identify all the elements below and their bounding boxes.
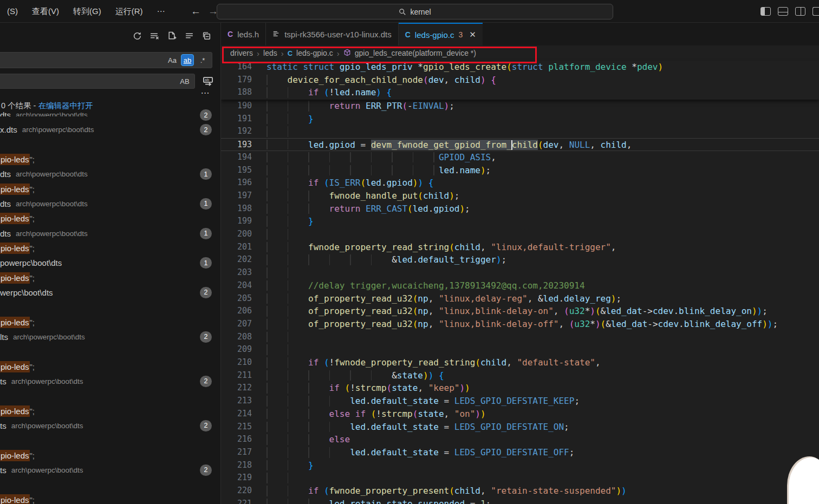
menu-item-run[interactable]: 运行(R): [108, 3, 150, 19]
code-line-194[interactable]: 194 GPIOD_ASIS,: [221, 151, 819, 164]
match-highlight: pio-leds: [0, 243, 30, 254]
code-line-193[interactable]: 193 led.gpiod = devm_fwnode_get_gpiod_fr…: [221, 138, 819, 151]
breadcrumb-item-leds[interactable]: leds: [263, 49, 277, 57]
replace-input[interactable]: AB: [0, 74, 195, 89]
indent-guide: [266, 344, 268, 355]
search-result-file-row[interactable]: dtsarch\powerpc\boot\dts1: [0, 226, 221, 241]
code-line-206[interactable]: 206 of_property_read_u32(np, "linux,blin…: [221, 305, 819, 318]
code-text: }: [266, 459, 314, 472]
code-line-204[interactable]: 204 //delay trigger,wucaicheng,137891349…: [221, 279, 819, 292]
code-line-216[interactable]: 216 else: [221, 433, 819, 446]
command-center-search[interactable]: kernel: [217, 4, 613, 19]
code-line-199[interactable]: 199 }: [221, 215, 819, 228]
toggle-panel-icon[interactable]: [778, 7, 788, 16]
code-line-192[interactable]: 192: [221, 125, 819, 138]
preserve-case-toggle[interactable]: AB: [178, 75, 191, 87]
search-result-match-row[interactable]: pio-leds";: [0, 359, 221, 374]
code-line-215[interactable]: 215 led.default_state = LEDS_GPIO_DEFSTA…: [221, 421, 819, 434]
view-as-list-icon[interactable]: [185, 31, 194, 41]
refresh-icon[interactable]: [133, 31, 142, 41]
code-editor[interactable]: drivers › leds › C leds-gpio.c › gpio_le…: [221, 45, 819, 504]
menu-more-icon[interactable]: ⋯: [150, 3, 172, 19]
editor-tab-bar: C leds.h tspi-rk3566-user-v10-linux.dts …: [221, 23, 819, 45]
code-line-202[interactable]: 202 &led.default_trigger);: [221, 253, 819, 266]
search-result-match-row[interactable]: pio-leds";: [0, 271, 221, 285]
search-result-match-row[interactable]: pio-leds";: [0, 182, 221, 197]
menu-item-partial[interactable]: (S): [0, 3, 25, 19]
menu-item-view[interactable]: 查看(V): [25, 3, 66, 19]
code-line-207[interactable]: 207 of_property_read_u32(np, "linux,blin…: [221, 318, 819, 331]
search-result-file-row[interactable]: tsarch\powerpc\boot\dts2: [0, 463, 221, 477]
code-line-205[interactable]: 205 of_property_read_u32(np, "linux,dela…: [221, 292, 819, 305]
code-line-217[interactable]: 217 led.default_state = LEDS_GPIO_DEFSTA…: [221, 446, 819, 459]
open-new-search-editor-icon[interactable]: [167, 31, 177, 41]
code-line-198[interactable]: 198 return ERR_CAST(led.gpiod);: [221, 202, 819, 215]
search-result-file-row[interactable]: x.dtsarch\powerpc\boot\dts2: [0, 122, 221, 137]
code-line-191[interactable]: 191 }: [221, 113, 819, 126]
back-arrow-icon[interactable]: ←: [187, 5, 205, 17]
file-name: ts: [0, 377, 6, 386]
search-result-match-row[interactable]: pio-leds";: [0, 152, 221, 167]
code-line-213[interactable]: 213 led.default_state = LEDS_GPIO_DEFSTA…: [221, 395, 819, 408]
code-line-219[interactable]: 219: [221, 472, 819, 485]
whole-word-toggle[interactable]: ab: [181, 54, 194, 66]
code-lines[interactable]: 190 return ERR_PTR(-EINVAL);191 }192193 …: [221, 100, 819, 504]
breadcrumb-item-drivers[interactable]: drivers: [230, 49, 253, 57]
code-line-210[interactable]: 210 if (!fwnode_property_read_string(chi…: [221, 356, 819, 369]
code-line-214[interactable]: 214 else if (!strcmp(state, "on")): [221, 408, 819, 421]
search-result-match-row[interactable]: pio-leds";: [0, 241, 221, 256]
toggle-search-details-icon[interactable]: ⋯: [198, 91, 212, 100]
search-result-file-row[interactable]: tsarch\powerpc\boot\dts2: [0, 418, 221, 433]
file-name: powerpc\boot\dts: [0, 258, 62, 267]
code-line-212[interactable]: 212 if (!strcmp(state, "keep")): [221, 382, 819, 395]
search-result-match-row[interactable]: pio-leds";: [0, 404, 221, 418]
code-line-209[interactable]: 209: [221, 343, 819, 356]
code-line-179[interactable]: 179 device_for_each_child_node(dev, chil…: [221, 74, 819, 87]
customize-layout-icon[interactable]: [812, 7, 819, 16]
code-line-164[interactable]: 164static struct gpio_leds_priv *gpio_le…: [221, 61, 819, 74]
tab-leds-h[interactable]: C leds.h: [221, 23, 266, 45]
code-line-203[interactable]: 203: [221, 266, 819, 279]
search-result-match-row[interactable]: pio-leds";: [0, 493, 221, 504]
search-result-file-row[interactable]: dtsarch\powerpc\boot\dts1: [0, 197, 221, 211]
code-line-218[interactable]: 218 }: [221, 459, 819, 472]
menu-item-go[interactable]: 转到(G): [66, 3, 108, 19]
code-line-220[interactable]: 220 if (fwnode_property_present(child, "…: [221, 485, 819, 498]
toggle-secondary-sidebar-icon[interactable]: [795, 7, 805, 16]
chevron-right-icon: ›: [257, 49, 259, 58]
match-case-toggle[interactable]: Aa: [166, 54, 179, 66]
code-line-196[interactable]: 196 if (IS_ERR(led.gpiod)) {: [221, 176, 819, 189]
code-line-221[interactable]: 221 led.retain_state_suspended = 1;: [221, 498, 819, 504]
line-number: 207: [221, 318, 252, 331]
search-result-match-row[interactable]: pio-leds";: [0, 211, 221, 226]
code-line-188[interactable]: 188 if (!led.name) {: [221, 86, 819, 99]
chevron-right-icon: ›: [281, 49, 284, 58]
search-result-file-row[interactable]: dtsarch\powerpc\boot\dts1: [0, 167, 221, 181]
collapse-all-icon[interactable]: [202, 31, 211, 41]
tab-leds-gpio-c[interactable]: C leds-gpio.c 3 ✕: [399, 23, 483, 45]
code-line-208[interactable]: 208: [221, 331, 819, 344]
match-text: ";: [30, 214, 35, 223]
regex-toggle[interactable]: .*: [196, 54, 209, 66]
line-number: 179: [221, 74, 252, 87]
search-result-file-row[interactable]: werpc\boot\dts2: [0, 285, 221, 300]
breadcrumb-item-symbol[interactable]: gpio_leds_create(platform_device *): [355, 49, 476, 57]
code-line-201[interactable]: 201 fwnode_property_read_string(child, "…: [221, 241, 819, 254]
search-result-match-row[interactable]: pio-leds";: [0, 315, 221, 330]
toggle-primary-sidebar-icon[interactable]: [760, 7, 771, 16]
code-line-190[interactable]: 190 return ERR_PTR(-EINVAL);: [221, 100, 819, 113]
search-result-match-row[interactable]: pio-leds";: [0, 448, 221, 463]
replace-all-icon[interactable]: ab: [203, 76, 214, 88]
close-tab-icon[interactable]: ✕: [469, 30, 476, 40]
search-result-file-row[interactable]: ltsarch\powerpc\boot\dts2: [0, 330, 221, 344]
search-result-file-row[interactable]: tsarch\powerpc\boot\dts2: [0, 374, 221, 389]
breadcrumb-item-file[interactable]: leds-gpio.c: [296, 49, 333, 57]
code-line-197[interactable]: 197 fwnode_handle_put(child);: [221, 189, 819, 202]
code-line-211[interactable]: 211 &state)) {: [221, 369, 819, 382]
search-input[interactable]: Aa ab .*: [0, 52, 212, 68]
clear-search-results-icon[interactable]: [150, 31, 159, 41]
code-line-195[interactable]: 195 led.name);: [221, 164, 819, 177]
tab-tspi-dts[interactable]: tspi-rk3566-user-v10-linux.dts: [266, 23, 399, 45]
search-result-file-row[interactable]: powerpc\boot\dts1: [0, 256, 221, 270]
code-line-200[interactable]: 200: [221, 228, 819, 241]
